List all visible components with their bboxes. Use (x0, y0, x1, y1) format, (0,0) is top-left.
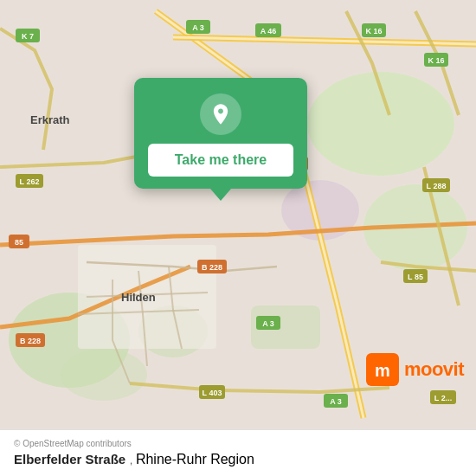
location-name: Elberfelder Straße (14, 452, 125, 466)
svg-text:85: 85 (15, 238, 23, 247)
svg-text:A 3: A 3 (192, 23, 204, 32)
svg-text:A 3: A 3 (330, 397, 342, 406)
svg-text:L 262: L 262 (20, 177, 40, 186)
moovit-icon: m (366, 353, 399, 386)
map-attribution: © OpenStreetMap contributors (14, 439, 462, 448)
svg-text:K 16: K 16 (428, 56, 444, 65)
location-region-text: Rhine-Ruhr Region (136, 452, 254, 466)
svg-text:A 3: A 3 (262, 319, 274, 328)
svg-text:B 228: B 228 (202, 263, 222, 272)
svg-text:m: m (375, 361, 390, 380)
location-pin-icon (200, 93, 241, 135)
location-info: Elberfelder Straße , Rhine-Ruhr Region (14, 452, 462, 467)
svg-text:A 46: A 46 (261, 27, 277, 35)
moovit-label: moovit (404, 358, 464, 381)
svg-text:B 228: B 228 (20, 337, 41, 345)
svg-point-6 (61, 349, 147, 401)
svg-text:K 16: K 16 (365, 27, 382, 35)
location-region: , (130, 453, 136, 466)
svg-text:Hilden: Hilden (121, 291, 156, 304)
bottom-bar: © OpenStreetMap contributors Elberfelder… (0, 429, 476, 476)
svg-text:L 288: L 288 (427, 182, 447, 190)
svg-text:L 403: L 403 (203, 389, 222, 397)
svg-text:K 7: K 7 (22, 32, 34, 41)
app: K 7 A 3 A 46 K 16 K 16 L 262 L 262 B 228 (0, 0, 476, 476)
svg-text:L 85: L 85 (408, 273, 423, 281)
map-container[interactable]: K 7 A 3 A 46 K 16 K 16 L 262 L 262 B 228 (0, 0, 476, 429)
svg-text:Erkrath: Erkrath (30, 113, 70, 126)
take-me-there-button[interactable]: Take me there (148, 144, 293, 177)
svg-text:L 2...: L 2... (434, 394, 452, 402)
popup-card: Take me there (134, 78, 307, 189)
moovit-logo: m moovit (366, 353, 464, 386)
